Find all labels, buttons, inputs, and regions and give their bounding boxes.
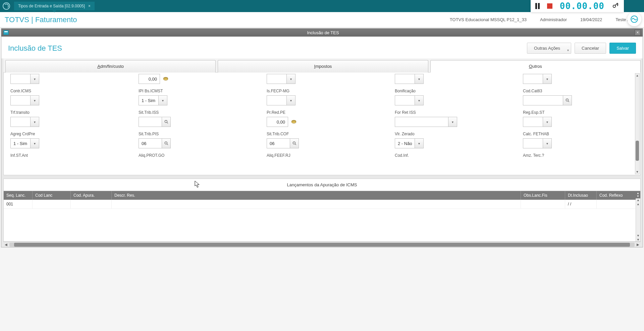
chevron-down-icon[interactable] — [31, 117, 39, 127]
chevron-down-icon[interactable] — [448, 117, 457, 127]
assistant-fab[interactable] — [627, 12, 641, 26]
search-icon[interactable] — [162, 138, 171, 148]
sit-cof-lookup[interactable] — [267, 138, 381, 148]
col-codlanc[interactable]: Cod Lanc — [33, 191, 71, 200]
bonif-select[interactable] — [395, 95, 509, 105]
tab-impostos[interactable]: Impostos — [218, 60, 428, 73]
dialog-title: Inclusão de TES — [11, 30, 635, 35]
chevron-down-icon[interactable] — [415, 138, 424, 148]
col-obs[interactable]: Obs.Lanc.Fis — [521, 191, 565, 200]
chevron-down-icon[interactable] — [31, 74, 39, 84]
window-hscroll[interactable]: ◀ ▶ — [3, 242, 641, 247]
key-icon[interactable] — [612, 2, 619, 11]
table-row[interactable]: 001 / / — [4, 200, 640, 209]
is-fecp-select[interactable] — [267, 95, 381, 105]
window-icon — [3, 30, 9, 35]
svg-point-8 — [165, 142, 167, 144]
recorder-time: 00.00.00 — [560, 1, 604, 11]
label-inf-st-ant: Inf.ST.Ant — [10, 153, 125, 158]
svg-point-5 — [165, 120, 167, 123]
label-cod-inf: Cod.Inf. — [395, 153, 509, 158]
close-icon[interactable]: × — [88, 4, 91, 8]
field-top-4[interactable] — [395, 74, 509, 84]
field-top-num[interactable] — [139, 74, 253, 84]
sit-pis-lookup[interactable] — [139, 138, 253, 148]
search-icon[interactable] — [162, 117, 171, 127]
field-top-3[interactable] — [267, 74, 381, 84]
grid: Seq. Lanc. Cod Lanc Cod. Apura. Descr. R… — [4, 191, 640, 241]
contr-icms-select[interactable] — [10, 95, 125, 105]
label-agreg: Agreg CrdPre — [10, 132, 125, 136]
label-for-ret-iss: For Ret ISS — [395, 110, 509, 115]
label-ipi-bs: IPI Bs.ICMST — [139, 89, 253, 93]
hscroll-thumb[interactable] — [14, 243, 630, 247]
vlr-zerado-select[interactable] — [395, 138, 509, 148]
label-aliq-prot-go: Aliq.PROT.GO — [139, 153, 253, 158]
label-trf-trans: Trf.transito — [10, 110, 125, 115]
calc-fethab-select[interactable] — [523, 138, 638, 148]
col-seq[interactable]: Seq. Lanc. — [4, 191, 33, 200]
label-sit-iss: Sit.Trib.ISS — [139, 110, 253, 115]
col-descr[interactable]: Descr. Res. — [112, 191, 521, 200]
form-panel: Contr.ICMS IPI Bs.ICMST Is.FECP-MG Bonif… — [3, 73, 641, 175]
label-vlr-zer: Vlr. Zerado — [395, 132, 509, 136]
chevron-down-icon[interactable] — [31, 138, 39, 148]
chevron-down-icon[interactable] — [543, 117, 552, 127]
label-sit-pis: Sit.Trib.PIS — [139, 132, 253, 136]
for-ret-iss-select[interactable] — [395, 117, 509, 127]
chevron-down-icon[interactable] — [159, 95, 167, 105]
dialog-header: Inclusão de TES × — [1, 29, 643, 37]
label-aliq-feef-rj: Aliq.FEEF.RJ — [267, 153, 381, 158]
col-dt[interactable]: Dt.Inclusao — [565, 191, 597, 200]
other-actions-button[interactable]: Outras Ações — [527, 43, 571, 54]
window-close-button[interactable]: × — [635, 30, 641, 36]
cod-cat83-lookup[interactable] — [523, 95, 638, 105]
chevron-down-icon[interactable] — [31, 95, 39, 105]
grid-header: Seq. Lanc. Cod Lanc Cod. Apura. Descr. R… — [4, 191, 640, 200]
module-bar: TOTVS | Faturamento TOTVS Educacional MS… — [0, 12, 644, 28]
module-title: TOTVS | Faturamento — [5, 15, 77, 24]
field-top-5[interactable] — [523, 74, 638, 84]
reg-esp-st-select[interactable] — [523, 117, 638, 127]
tab-strip: Adm/fin/custo Impostos Outros — [3, 58, 641, 73]
svg-point-4 — [566, 99, 568, 101]
label-sit-cof: Sit.Trib.COF — [267, 132, 381, 136]
col-codapura[interactable]: Cod. Apura. — [71, 191, 112, 200]
label-reg-esp-st: Reg.Esp.ST — [523, 110, 638, 115]
col-reflexo[interactable]: Cod. Reflexo — [597, 191, 640, 200]
grid-vscroll[interactable]: ▲▲ ▼▼ — [636, 198, 640, 241]
tab-outros[interactable]: Outros — [430, 60, 641, 73]
search-icon[interactable] — [563, 95, 572, 105]
chevron-down-icon[interactable] — [543, 138, 552, 148]
search-icon[interactable] — [290, 138, 299, 148]
money-icon — [162, 75, 169, 83]
pause-icon[interactable] — [535, 3, 540, 9]
tab-adm[interactable]: Adm/fin/custo — [5, 60, 216, 73]
svg-point-0 — [613, 5, 615, 7]
user-label: Administrador — [540, 17, 567, 22]
chevron-down-icon[interactable] — [415, 95, 424, 105]
sit-iss-lookup[interactable] — [139, 117, 253, 127]
label-calc-fethab: Calc. FETHAB — [523, 132, 638, 136]
chevron-down-icon[interactable] — [543, 74, 552, 84]
scrollbar-thumb[interactable] — [636, 141, 639, 161]
form-scrollbar[interactable]: ▲ ▼ — [635, 73, 640, 174]
trf-trans-select[interactable] — [10, 117, 125, 127]
ipi-bs-select[interactable] — [139, 95, 253, 105]
save-button[interactable]: Salvar — [609, 43, 636, 54]
pr-red-pe-input[interactable] — [267, 117, 381, 127]
cancel-button[interactable]: Cancelar — [575, 43, 606, 54]
money-icon — [290, 118, 298, 126]
svg-point-9 — [293, 142, 295, 144]
label-cod-cat83: Cod.Cat83 — [523, 89, 638, 93]
chevron-down-icon[interactable] — [415, 74, 424, 84]
app-tab[interactable]: Tipos de Entrada e Saída [02.9.0005] × — [14, 2, 95, 10]
label-contr-icms: Contr.ICMS — [10, 89, 125, 93]
chevron-down-icon[interactable] — [287, 74, 296, 84]
chevron-down-icon[interactable] — [287, 95, 296, 105]
grid-header-buttons[interactable]: ▲▼ — [636, 191, 640, 198]
agreg-select[interactable] — [10, 138, 125, 148]
app-tab-label: Tipos de Entrada e Saída [02.9.0005] — [18, 4, 85, 8]
stop-icon[interactable] — [547, 3, 552, 9]
field-top-1[interactable] — [10, 74, 125, 84]
